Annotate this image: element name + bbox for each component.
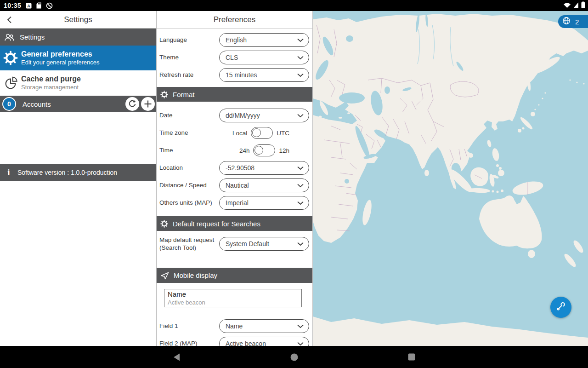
settings-section-label: Settings (20, 33, 45, 41)
clock: 10:35 (4, 2, 21, 9)
mobile-display-section-header: Mobile display (157, 268, 312, 283)
chevron-down-icon (297, 324, 304, 328)
chevron-down-icon (297, 56, 304, 60)
settings-section-header: Settings (0, 29, 156, 46)
time-zone-label: Time zone (159, 129, 232, 137)
preferences-header: Preferences (157, 11, 312, 29)
time-label: Time (159, 147, 239, 155)
location-select[interactable]: -52.90508 (219, 161, 309, 175)
row-language: Language English (157, 31, 312, 49)
gear-icon (160, 91, 168, 98)
settings-panel: Settings Settings (0, 11, 157, 346)
date-label: Date (159, 112, 219, 120)
row-field1: Field 1 Name (157, 317, 312, 335)
chevron-down-icon (297, 201, 304, 205)
row-map-default-request: Map default request (Search Tool) System… (157, 236, 312, 268)
nav-back-button[interactable] (147, 353, 206, 361)
chevron-down-icon (297, 184, 304, 188)
world-map (313, 11, 588, 346)
accounts-section-header: 0 Accounts (0, 96, 156, 112)
item-title: Cache and purge (21, 75, 81, 84)
chevron-down-icon (297, 114, 304, 118)
refresh-accounts-button[interactable] (125, 97, 139, 111)
software-version-bar: i Software version : 1.0.0-production (0, 164, 156, 181)
preview-line2: Active beacon (168, 299, 298, 307)
toggle-knob (252, 128, 261, 137)
info-icon: i (0, 167, 17, 178)
svg-text:A: A (28, 4, 31, 8)
accounts-count-badge: 0 (2, 97, 16, 111)
field2-select[interactable]: Active beacon (219, 337, 309, 346)
date-format-select[interactable]: dd/MM/yyyy (219, 109, 309, 122)
globe-icon (562, 17, 571, 27)
other-units-label: Others units (MAP) (159, 199, 219, 207)
item-title: General preferences (21, 50, 100, 59)
field2-label: Field 2 (MAP) (159, 340, 219, 346)
row-time: Time 24h 12h (157, 142, 312, 159)
nav-recents-button[interactable] (382, 353, 441, 361)
row-theme: Theme CLS (157, 49, 312, 66)
software-version-text: Software version : 1.0.0-production (17, 169, 117, 176)
layers-button[interactable]: 2 (558, 15, 588, 28)
status-bar: 10:35 A (0, 0, 588, 11)
theme-value: CLS (226, 54, 297, 61)
toggle-knob (254, 146, 263, 155)
nav-home-button[interactable] (265, 353, 323, 361)
format-section-label: Format (173, 91, 195, 98)
language-label: Language (159, 36, 219, 44)
location-label: Location (159, 164, 219, 172)
distance-speed-select[interactable]: Nautical (219, 178, 309, 192)
field1-value: Name (226, 322, 297, 330)
location-value: -52.90508 (226, 164, 297, 172)
time-right-option: 12h (279, 147, 289, 154)
field1-select[interactable]: Name (219, 319, 309, 333)
app-window: Settings Settings (0, 11, 588, 346)
a-box-icon: A (26, 3, 32, 9)
chevron-down-icon (297, 38, 304, 42)
other-units-value: Imperial (226, 199, 297, 207)
add-account-button[interactable] (141, 97, 155, 111)
sidebar-item-general-preferences[interactable]: General preferences Edit your general pr… (0, 46, 156, 70)
battery-icon (581, 1, 585, 10)
map[interactable]: 2 (313, 11, 588, 346)
chevron-down-icon (297, 242, 304, 246)
back-button[interactable] (5, 15, 15, 25)
item-subtitle: Edit your general preferences (21, 59, 100, 66)
refresh-rate-select[interactable]: 15 minutes (219, 68, 309, 82)
pie-chart-icon (0, 75, 21, 90)
preview-line1: Name (168, 290, 298, 299)
time-left-option: 24h (239, 147, 250, 154)
mobile-display-section-label: Mobile display (174, 271, 217, 279)
map-default-request-select[interactable]: System Default (219, 237, 309, 251)
time-format-toggle[interactable] (253, 144, 275, 156)
row-date: Date dd/MM/yyyy (157, 107, 312, 124)
date-format-value: dd/MM/yyyy (226, 112, 297, 119)
time-zone-right-option: UTC (277, 130, 289, 137)
row-distance-speed: Distance / Speed Nautical (157, 177, 312, 194)
row-other-units: Others units (MAP) Imperial (157, 194, 312, 212)
tools-fab[interactable] (550, 297, 571, 318)
field1-label: Field 1 (159, 322, 219, 330)
preferences-panel: Preferences Language English Theme CLS R… (157, 11, 313, 346)
settings-title: Settings (64, 15, 92, 24)
default-request-section-header: Default request for Searches (157, 216, 312, 231)
people-icon (4, 33, 14, 42)
sidebar-item-cache-and-purge[interactable]: Cache and purge Storage management (0, 70, 156, 95)
other-units-select[interactable]: Imperial (219, 196, 309, 210)
cell-signal-icon (573, 1, 579, 10)
layers-count: 2 (575, 18, 579, 26)
wifi-icon (563, 1, 571, 10)
android-nav-bar (0, 346, 588, 368)
settings-header: Settings (0, 11, 156, 29)
time-zone-toggle[interactable] (251, 127, 273, 139)
row-time-zone: Time zone Local UTC (157, 124, 312, 142)
distance-speed-value: Nautical (226, 182, 297, 189)
row-refresh-rate: Refresh rate 15 minutes (157, 66, 312, 84)
language-select[interactable]: English (219, 33, 309, 47)
theme-label: Theme (159, 54, 219, 62)
map-default-request-value: System Default (226, 240, 297, 247)
row-field2: Field 2 (MAP) Active beacon (157, 335, 312, 346)
item-subtitle: Storage management (21, 84, 81, 91)
theme-select[interactable]: CLS (219, 51, 309, 64)
refresh-rate-value: 15 minutes (226, 71, 297, 79)
